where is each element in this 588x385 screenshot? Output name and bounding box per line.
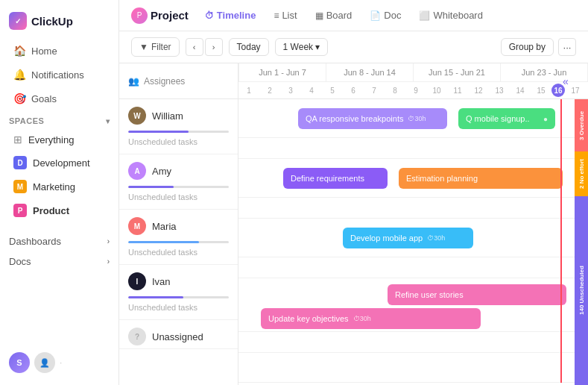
- date-numbers: 1 2 3 4 5 6 7 8 9 10 11 12 13 14: [238, 82, 588, 98]
- date-num: 14: [510, 82, 531, 98]
- sidebar-item-marketing[interactable]: M Marketing: [4, 175, 114, 198]
- prev-button[interactable]: ‹: [186, 38, 203, 56]
- progress-fill: [128, 131, 189, 133]
- sidebar-item-home[interactable]: 🏠 Home: [4, 40, 114, 62]
- task-bar-mobile-signup[interactable]: Q mobile signup.. ●: [458, 108, 555, 129]
- sidebar-item-label: Everything: [28, 134, 74, 145]
- task-bar-refine[interactable]: Refine user stories: [388, 284, 566, 305]
- date-range: Jun 1 - Jun 7: [238, 63, 326, 81]
- gantt-row-maria: Develop mobile app ⏱30h: [238, 219, 588, 257]
- date-num: 10: [426, 82, 447, 98]
- more-options-button[interactable]: ···: [558, 38, 576, 56]
- sidebar-item-label: Development: [33, 157, 90, 169]
- tab-timeline[interactable]: ⏱ Timeline: [197, 6, 264, 25]
- task-bar-estimation[interactable]: Estimation planning: [399, 168, 563, 189]
- task-label: Develop mobile app: [350, 234, 423, 242]
- filter-button[interactable]: ▼ Filter: [131, 37, 180, 57]
- tab-label: Whiteboard: [433, 10, 482, 21]
- chevron-right-icon: ›: [107, 237, 110, 245]
- user-avatar[interactable]: S: [9, 352, 30, 373]
- assignee-row: W William Unscheduled tasks: [119, 99, 238, 154]
- assignee-row: A Amy Unscheduled tasks: [119, 154, 238, 210]
- task-bar-define[interactable]: Define requirements: [283, 168, 388, 189]
- unscheduled-row: [238, 198, 588, 219]
- page-header: P Project ⏱ Timeline ≡ List ▦ Board 📄 Do…: [119, 0, 588, 31]
- avatar: I: [128, 272, 146, 290]
- timeline-grid: Jun 1 - Jun 7 Jun 8 - Jun 14 Jun 15 - Ju…: [238, 63, 588, 385]
- doc-icon: 📄: [370, 10, 381, 21]
- task-bar-qa[interactable]: QA responsive breakpoints ⏱30h: [298, 108, 447, 129]
- tab-doc[interactable]: 📄 Doc: [362, 6, 408, 25]
- week-button[interactable]: 1 Week ▾: [275, 38, 328, 56]
- assignee-name: Maria: [152, 221, 177, 232]
- list-icon: ≡: [274, 10, 279, 21]
- bell-icon: 🔔: [13, 69, 25, 81]
- timeline-icon: ⏱: [205, 10, 214, 21]
- date-num: 3: [280, 82, 301, 98]
- date-range: Jun 8 - Jun 14: [326, 63, 414, 81]
- date-range: Jun 15 - Jun 21: [414, 63, 501, 81]
- date-num: 13: [489, 82, 510, 98]
- everything-icon: ⊞: [13, 134, 22, 145]
- progress-fill: [128, 296, 183, 298]
- assignee-info: I Ivan: [119, 265, 238, 293]
- sidebar-item-label: Product: [33, 205, 69, 216]
- avatar: A: [128, 162, 146, 180]
- avatar: ?: [128, 328, 146, 345]
- spaces-section: Spaces ▾: [0, 110, 118, 128]
- tab-whiteboard[interactable]: ⬜ Whiteboard: [411, 6, 490, 25]
- sidebar-item-notifications[interactable]: 🔔 Notifications: [4, 63, 114, 86]
- avatar: M: [128, 217, 146, 235]
- spaces-label: Spaces: [9, 116, 44, 125]
- next-button[interactable]: ›: [205, 38, 223, 56]
- left-panel: 👥 Assignees W William Unscheduled tasks: [119, 63, 238, 385]
- assignee-name: Amy: [152, 166, 171, 177]
- assignee-info: A Amy: [119, 154, 238, 183]
- task-time-icon: ⏱30h: [427, 234, 445, 242]
- week-label: 1 Week: [283, 42, 313, 52]
- badge-no-effort[interactable]: 2 No effort: [575, 151, 588, 196]
- assignee-row: ? Unassigned: [119, 320, 238, 349]
- sidebar-item-product[interactable]: P Product: [4, 199, 114, 222]
- groupby-button[interactable]: Group by: [501, 38, 554, 56]
- today-label: Today: [237, 42, 261, 52]
- unscheduled-label: Unscheduled tasks: [119, 134, 238, 154]
- team-avatar[interactable]: 👤: [34, 352, 55, 373]
- gantt-row-ivan: Refine user stories Update key objective…: [238, 278, 588, 332]
- date-num: 6: [343, 82, 364, 98]
- assignee-row: M Maria Unscheduled tasks: [119, 210, 238, 265]
- collapse-button[interactable]: «: [558, 63, 573, 99]
- progress-bar: [128, 296, 229, 298]
- sidebar-item-everything[interactable]: ⊞ Everything: [4, 129, 114, 150]
- plus-icon: ·: [60, 357, 62, 368]
- progress-fill: [128, 241, 199, 243]
- gantt-row-amy: Define requirements Estimation planning: [238, 159, 588, 198]
- badge-overdue[interactable]: 3 Overdue: [575, 99, 588, 151]
- task-bar-develop[interactable]: Develop mobile app ⏱30h: [343, 228, 473, 248]
- progress-bar: [128, 241, 229, 243]
- nav-arrows: ‹ ›: [186, 38, 223, 56]
- app-logo[interactable]: ✓ ClickUp: [0, 6, 118, 39]
- gantt-row-unassigned: [238, 353, 588, 383]
- task-status-icon: ●: [543, 115, 548, 123]
- sidebar-item-dashboards[interactable]: Dashboards ›: [0, 231, 118, 251]
- progress-bar: [128, 186, 229, 188]
- sidebar-item-goals[interactable]: 🎯 Goals: [4, 87, 114, 110]
- sidebar-item-docs[interactable]: Docs ›: [0, 251, 118, 272]
- assignee-info: M Maria: [119, 210, 238, 238]
- date-num: 9: [405, 82, 426, 98]
- toolbar: ▼ Filter ‹ › Today 1 Week ▾ Group by ···: [119, 31, 588, 63]
- date-ranges: Jun 1 - Jun 7 Jun 8 - Jun 14 Jun 15 - Ju…: [238, 63, 588, 82]
- today-button[interactable]: Today: [229, 38, 269, 56]
- date-num: 2: [259, 82, 280, 98]
- unscheduled-row: [238, 332, 588, 353]
- timeline-header: Jun 1 - Jun 7 Jun 8 - Jun 14 Jun 15 - Ju…: [238, 63, 588, 99]
- tab-list[interactable]: ≡ List: [266, 6, 304, 25]
- sidebar-item-development[interactable]: D Development: [4, 151, 114, 174]
- badge-unscheduled[interactable]: 140 Unscheduled: [575, 196, 588, 385]
- assignees-label: Assignees: [144, 76, 185, 87]
- toolbar-right: Group by ···: [501, 38, 576, 56]
- tab-board[interactable]: ▦ Board: [308, 6, 360, 25]
- task-bar-update[interactable]: Update key objectives ⏱30h: [261, 308, 481, 329]
- board-icon: ▦: [315, 10, 323, 21]
